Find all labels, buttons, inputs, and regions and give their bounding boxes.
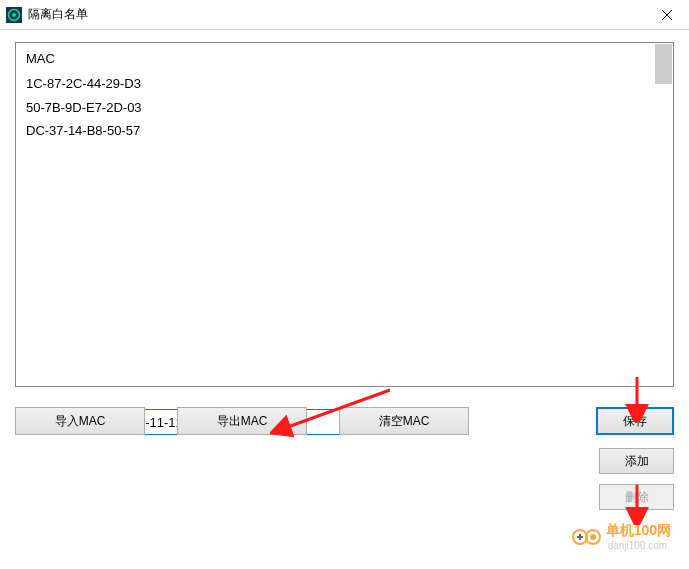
scrollbar[interactable]	[655, 44, 672, 84]
titlebar: 隔离白名单	[0, 0, 689, 30]
export-mac-button[interactable]: 导出MAC	[177, 407, 307, 435]
content-area: MAC 1C-87-2C-44-29-D3 50-7B-9D-E7-2D-03 …	[0, 30, 689, 450]
watermark-sub: danji100.com	[608, 540, 671, 551]
list-item[interactable]: 1C-87-2C-44-29-D3	[26, 72, 663, 96]
delete-button: 删除	[599, 484, 674, 510]
svg-point-11	[573, 530, 587, 544]
clear-mac-button[interactable]: 清空MAC	[339, 407, 469, 435]
close-button[interactable]	[644, 0, 689, 30]
save-button[interactable]: 保存	[596, 407, 674, 435]
svg-point-15	[590, 534, 596, 540]
watermark-icon	[572, 527, 602, 547]
svg-point-2	[12, 13, 16, 17]
mac-list-panel[interactable]: MAC 1C-87-2C-44-29-D3 50-7B-9D-E7-2D-03 …	[15, 42, 674, 387]
list-header: MAC	[26, 51, 663, 66]
list-item[interactable]: 50-7B-9D-E7-2D-03	[26, 96, 663, 120]
watermark-text: 单机100网	[606, 522, 671, 540]
import-mac-button[interactable]: 导入MAC	[15, 407, 145, 435]
svg-point-14	[586, 530, 600, 544]
add-button[interactable]: 添加	[599, 448, 674, 474]
side-buttons: 添加 删除	[599, 448, 674, 510]
window-title: 隔离白名单	[28, 6, 644, 23]
watermark: 单机100网 danji100.com	[572, 522, 671, 551]
app-icon	[6, 7, 22, 23]
save-button-wrap: 保存	[596, 407, 674, 435]
list-item[interactable]: DC-37-14-B8-50-57	[26, 119, 663, 143]
bottom-row: 导入MAC 导出MAC 清空MAC	[15, 407, 469, 435]
